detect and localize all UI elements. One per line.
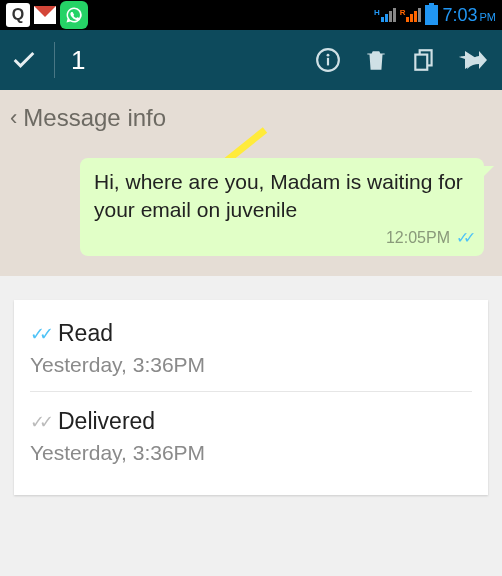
selection-action-bar: 1 xyxy=(0,30,502,90)
svg-rect-4 xyxy=(415,55,427,70)
forward-button[interactable] xyxy=(452,49,492,71)
svg-point-1 xyxy=(327,54,330,57)
read-row: ✓✓ Read Yesterday, 3:36PM xyxy=(30,304,472,391)
message-bubble[interactable]: Hi, where are you, Madam is waiting for … xyxy=(80,158,484,256)
message-text: Hi, where are you, Madam is waiting for … xyxy=(94,170,463,221)
whatsapp-icon xyxy=(60,1,88,29)
message-meta: 12:05PM ✓✓ xyxy=(94,227,470,249)
delivered-row: ✓✓ Delivered Yesterday, 3:36PM xyxy=(30,391,472,479)
chat-area: ‹ Message info Hi, where are you, Madam … xyxy=(0,90,502,276)
battery-icon xyxy=(425,5,438,25)
clock: 7:03PM xyxy=(442,5,496,26)
selection-count: 1 xyxy=(71,45,85,76)
page-title: Message info xyxy=(23,104,166,132)
info-button[interactable] xyxy=(308,47,348,73)
read-ticks-icon: ✓✓ xyxy=(456,227,470,249)
delivery-info-card: ✓✓ Read Yesterday, 3:36PM ✓✓ Delivered Y… xyxy=(14,300,488,495)
back-chevron-icon[interactable]: ‹ xyxy=(10,105,17,131)
status-right: H R 7:03PM xyxy=(374,5,496,26)
read-ticks-icon: ✓✓ xyxy=(30,323,48,345)
read-label: Read xyxy=(58,320,113,347)
signal-r-icon: R xyxy=(400,8,422,22)
gmail-icon xyxy=(34,6,56,24)
delete-button[interactable] xyxy=(356,46,396,74)
delivered-ticks-icon: ✓✓ xyxy=(30,411,48,433)
status-bar: Q H R 7:03PM xyxy=(0,0,502,30)
divider xyxy=(54,42,55,78)
status-left: Q xyxy=(6,1,88,29)
signal-h-icon: H xyxy=(374,8,396,22)
done-button[interactable] xyxy=(10,46,38,74)
delivered-label: Delivered xyxy=(58,408,155,435)
svg-rect-2 xyxy=(327,58,329,66)
message-info-header[interactable]: ‹ Message info xyxy=(0,90,502,158)
message-time: 12:05PM xyxy=(386,227,450,249)
q-app-icon: Q xyxy=(6,3,30,27)
read-time: Yesterday, 3:36PM xyxy=(30,353,472,377)
copy-button[interactable] xyxy=(404,46,444,74)
delivered-time: Yesterday, 3:36PM xyxy=(30,441,472,465)
